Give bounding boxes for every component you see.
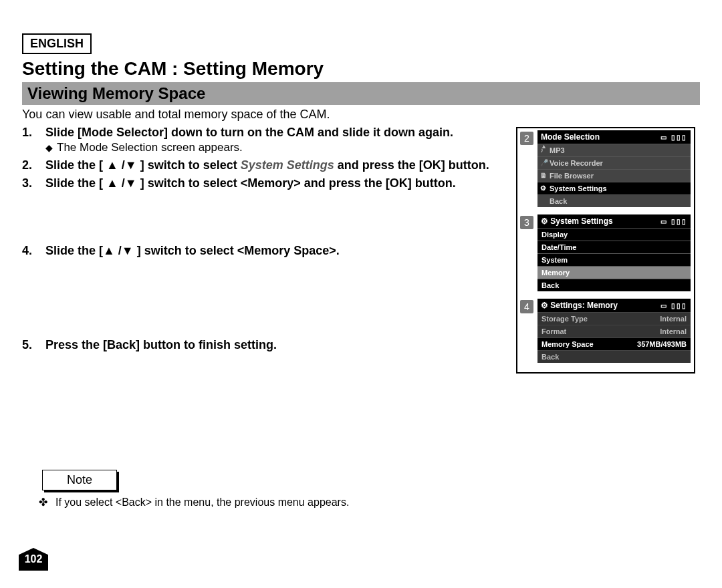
row-format[interactable]: FormatInternal: [537, 325, 691, 337]
menu-item-mp3[interactable]: ♪MP3: [537, 144, 691, 156]
step-number: 5.: [22, 338, 45, 352]
device-screen-2: 2 Mode Selection ▭ ▯▯▯ ▲ ♪MP3 🎤Voice Rec…: [517, 128, 694, 212]
gear-icon: ⚙: [541, 301, 550, 310]
step-sub: The Mode Selection screen appears.: [57, 141, 243, 154]
gear-icon: ⚙: [540, 184, 546, 192]
menu-label: Back: [550, 197, 567, 205]
step-number: 4.: [22, 244, 45, 258]
step-text-pre: Slide the [ ▲ /▼ ] switch to select: [45, 158, 241, 172]
menu-label: System Settings: [550, 184, 607, 192]
step-text: Slide the [▲ /▼ ] switch to select <Memo…: [45, 244, 340, 257]
steps-list: 1. Slide [Mode Selector] down to turn on…: [22, 126, 530, 352]
note-box: Note: [42, 470, 117, 490]
menu-item-system-settings[interactable]: ⚙System Settings: [537, 182, 691, 194]
screen-badge: 4: [520, 300, 533, 313]
kv-value: 357MB/493MB: [637, 340, 687, 348]
kv-key: Format: [542, 327, 566, 335]
diamond-icon: ◆: [45, 142, 53, 153]
status-icons: ▭ ▯▯▯: [660, 218, 687, 225]
status-icons: ▭ ▯▯▯: [660, 302, 687, 309]
step-text: Slide [Mode Selector] down to turn on th…: [45, 126, 453, 139]
step-number: 3.: [22, 176, 45, 190]
row-back[interactable]: Back: [537, 350, 691, 363]
step-number: 2.: [22, 158, 45, 172]
menu-label: Voice Recorder: [550, 159, 603, 167]
kv-value: Internal: [660, 327, 687, 335]
device-screen-4: 4 ⚙ Settings: Memory ▭ ▯▯▯ Storage TypeI…: [517, 297, 694, 368]
step-4: 4. Slide the [▲ /▼ ] switch to select <M…: [22, 244, 530, 258]
note-text: If you select <Back> in the menu, the pr…: [39, 496, 700, 508]
menu-item-datetime[interactable]: Date/Time: [537, 241, 691, 253]
page-title: Setting the CAM : Setting Memory: [22, 58, 700, 80]
screen-badge: 3: [520, 216, 533, 229]
step-3: 3. Slide the [ ▲ /▼ ] switch to select <…: [22, 176, 530, 190]
section-heading: Viewing Memory Space: [22, 82, 700, 105]
screen-badge: 2: [520, 132, 533, 145]
row-memory-space[interactable]: Memory Space357MB/493MB: [537, 337, 691, 350]
lcd-title: System Settings: [550, 216, 612, 226]
step-text: Slide the [ ▲ /▼ ] switch to select <Mem…: [45, 176, 456, 190]
step-1: 1. Slide [Mode Selector] down to turn on…: [22, 126, 530, 154]
step-text-italic: System Settings: [241, 158, 334, 172]
kv-value: Internal: [660, 315, 687, 323]
device-screens: 2 Mode Selection ▭ ▯▯▯ ▲ ♪MP3 🎤Voice Rec…: [516, 127, 695, 374]
page-number: 102: [19, 548, 48, 571]
menu-item-file-browser[interactable]: 🗎File Browser: [537, 169, 691, 182]
gear-icon: ⚙: [541, 216, 550, 226]
menu-item-memory[interactable]: Memory: [537, 266, 691, 279]
menu-label: MP3: [550, 146, 565, 154]
row-storage-type[interactable]: Storage TypeInternal: [537, 312, 691, 325]
menu-item-back[interactable]: Back: [537, 279, 691, 291]
menu-item-voice[interactable]: 🎤Voice Recorder: [537, 156, 691, 169]
menu-item-system[interactable]: System: [537, 253, 691, 266]
kv-key: Storage Type: [542, 315, 588, 323]
file-icon: 🗎: [540, 172, 547, 179]
step-text-post: and press the [OK] button.: [334, 158, 489, 172]
step-text: Press the [Back] button to finish settin…: [45, 338, 277, 351]
step-number: 1.: [22, 126, 45, 154]
music-icon: ♪: [540, 146, 544, 154]
mic-icon: 🎤: [540, 159, 548, 166]
intro-text: You can view usable and total memory spa…: [22, 108, 700, 122]
lcd-title: Mode Selection: [541, 132, 600, 142]
lcd-title: Settings: Memory: [550, 301, 618, 310]
step-5: 5. Press the [Back] button to finish set…: [22, 338, 530, 352]
kv-key: Memory Space: [542, 340, 594, 348]
kv-key: Back: [542, 353, 559, 361]
menu-item-display[interactable]: Display: [537, 228, 691, 241]
menu-label: File Browser: [550, 172, 594, 180]
lcd-header: ⚙ System Settings ▭ ▯▯▯: [537, 214, 691, 228]
lcd-header: ⚙ Settings: Memory ▭ ▯▯▯: [537, 299, 691, 312]
status-icons: ▭ ▯▯▯: [660, 134, 687, 141]
lcd-header: Mode Selection ▭ ▯▯▯: [537, 130, 691, 144]
menu-item-back[interactable]: Back: [537, 194, 691, 207]
language-label: ENGLISH: [22, 33, 92, 54]
device-screen-3: 3 ⚙ System Settings ▭ ▯▯▯ Display Date/T…: [517, 212, 694, 297]
step-2: 2. Slide the [ ▲ /▼ ] switch to select S…: [22, 158, 530, 172]
